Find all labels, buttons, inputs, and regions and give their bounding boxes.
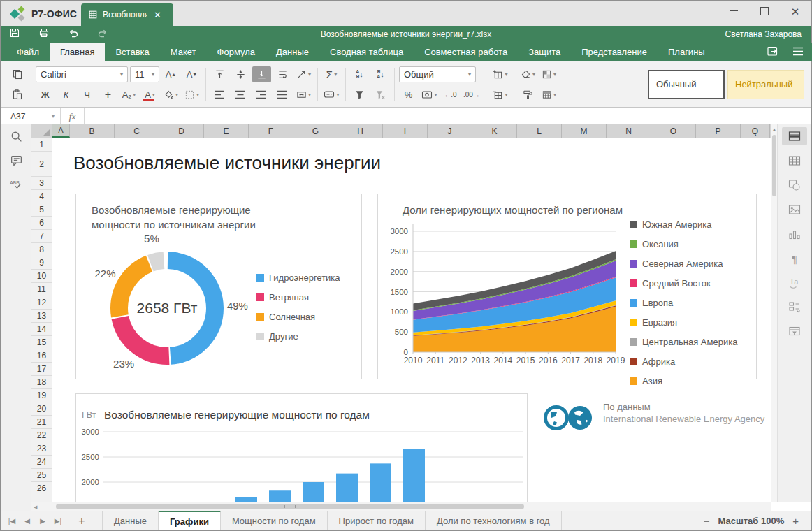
- horizontal-scroll-thumb[interactable]: [56, 504, 524, 509]
- row-header-15[interactable]: 15: [31, 336, 52, 349]
- sheet-tab-Прирост по годам[interactable]: Прирост по годам: [328, 511, 426, 530]
- sheet-tab-Доли по технологиям в год[interactable]: Доли по технологиям в год: [426, 511, 562, 530]
- align-middle-icon[interactable]: [231, 66, 250, 82]
- menu-item-Защита[interactable]: Защита: [518, 43, 571, 61]
- decrease-font-icon[interactable]: А▼: [182, 66, 201, 82]
- column-header-Q[interactable]: Q: [741, 124, 770, 138]
- filter-icon[interactable]: [350, 87, 369, 103]
- close-window-button[interactable]: ✕: [789, 6, 802, 18]
- clear-filter-icon[interactable]: [371, 87, 390, 103]
- comments-icon[interactable]: [1, 148, 31, 172]
- chart-settings-icon[interactable]: [782, 225, 807, 243]
- copy-button[interactable]: [8, 66, 27, 82]
- slicer-settings-icon[interactable]: [782, 298, 807, 317]
- zoom-out-button[interactable]: −: [704, 515, 710, 527]
- row-header-10[interactable]: 10: [31, 270, 52, 283]
- menu-item-Представление[interactable]: Представление: [571, 43, 658, 61]
- row-header-11[interactable]: 11: [31, 283, 52, 296]
- italic-button[interactable]: К: [57, 87, 75, 103]
- insert-function-button[interactable]: fx: [61, 108, 85, 124]
- merge-cells-icon[interactable]: [294, 87, 313, 103]
- fill-color-button[interactable]: [161, 87, 180, 103]
- row-header-23[interactable]: 23: [31, 442, 52, 456]
- sort-desc-icon[interactable]: ЯА↓: [371, 66, 390, 82]
- bar-chart-card[interactable]: ГВтВозобновляемые генерирующие мощности …: [75, 393, 528, 502]
- row-header-19[interactable]: 19: [31, 389, 52, 402]
- increase-font-icon[interactable]: А▲: [161, 66, 180, 82]
- area-chart-card[interactable]: Доли генерирующих мощностей по регионам …: [377, 194, 757, 379]
- column-header-A[interactable]: A: [52, 124, 70, 138]
- paragraph-settings-icon[interactable]: ¶: [782, 249, 807, 268]
- maximize-button[interactable]: [758, 6, 771, 17]
- menu-item-Сводная таблица[interactable]: Сводная таблица: [319, 43, 414, 61]
- row-header-13[interactable]: 13: [31, 310, 52, 323]
- row-header-16[interactable]: 16: [31, 349, 52, 363]
- row-header-5[interactable]: 5: [31, 203, 52, 217]
- increase-decimal-icon[interactable]: .00→: [462, 87, 481, 103]
- row-header-3[interactable]: 3: [31, 177, 52, 190]
- paste-button[interactable]: [8, 87, 27, 103]
- underline-button[interactable]: Ч: [78, 87, 96, 103]
- table-settings-icon[interactable]: [782, 152, 807, 170]
- donut-chart-card[interactable]: Возобновляемые генерирующие мощности по …: [75, 194, 362, 379]
- subscript-button[interactable]: А₂: [119, 87, 138, 103]
- menu-item-Плагины[interactable]: Плагины: [658, 43, 716, 61]
- row-header-17[interactable]: 17: [31, 363, 52, 376]
- clear-icon[interactable]: [519, 66, 537, 82]
- number-format-select[interactable]: Общий: [399, 66, 476, 82]
- decrease-decimal-icon[interactable]: ←.0: [441, 87, 460, 103]
- shape-settings-icon[interactable]: [782, 176, 807, 194]
- sort-asc-icon[interactable]: АЯ↓: [350, 66, 369, 82]
- scroll-up-icon[interactable]: ▲: [771, 124, 777, 134]
- row-header-4[interactable]: 4: [31, 190, 52, 203]
- currency-style-icon[interactable]: [420, 87, 439, 103]
- strikethrough-button[interactable]: Т: [99, 87, 117, 103]
- format-painter-icon[interactable]: [519, 87, 537, 103]
- menu-item-Формула[interactable]: Формула: [207, 43, 266, 61]
- first-sheet-icon[interactable]: |◀: [8, 517, 16, 525]
- column-header-G[interactable]: G: [293, 124, 338, 138]
- zoom-in-button[interactable]: +: [792, 515, 799, 527]
- font-color-button[interactable]: А: [140, 87, 159, 103]
- format-as-table-icon[interactable]: [539, 87, 558, 103]
- text-orientation-icon[interactable]: [294, 66, 313, 82]
- vertical-scroll-thumb[interactable]: [772, 135, 776, 196]
- cell-style-neutral[interactable]: Нейтральный: [727, 70, 804, 99]
- horizontal-scrollbar[interactable]: ◀: [31, 502, 771, 511]
- column-header-N[interactable]: N: [607, 124, 651, 138]
- row-header-6[interactable]: 6: [31, 217, 52, 230]
- font-name-select[interactable]: Calibri: [36, 66, 128, 82]
- menu-item-Совместная работа[interactable]: Совместная работа: [414, 43, 518, 61]
- row-header-18[interactable]: 18: [31, 376, 52, 389]
- column-header-K[interactable]: K: [472, 124, 517, 138]
- align-left-icon[interactable]: [210, 87, 229, 103]
- formula-input[interactable]: [85, 108, 811, 124]
- row-header-20[interactable]: 20: [31, 402, 52, 416]
- align-top-icon[interactable]: [210, 66, 229, 82]
- row-header-7[interactable]: 7: [31, 230, 52, 243]
- row-header-26[interactable]: 26: [31, 482, 52, 495]
- borders-button[interactable]: [182, 87, 201, 103]
- conditional-formatting-icon[interactable]: [539, 66, 558, 82]
- delete-cells-icon[interactable]: [491, 87, 509, 103]
- select-all-corner[interactable]: [31, 124, 52, 138]
- named-range-icon[interactable]: [322, 87, 341, 103]
- row-header-21[interactable]: 21: [31, 416, 52, 429]
- row-header-1[interactable]: 1: [31, 138, 52, 152]
- last-sheet-icon[interactable]: ▶|: [54, 517, 62, 525]
- row-header-8[interactable]: 8: [31, 243, 52, 256]
- sheet-tab-Данные[interactable]: Данные: [102, 511, 159, 530]
- menu-item-Данные[interactable]: Данные: [266, 43, 319, 61]
- insert-cells-icon[interactable]: [491, 66, 509, 82]
- row-header-12[interactable]: 12: [31, 296, 52, 310]
- cell-name-box[interactable]: A37: [1, 108, 61, 124]
- column-header-L[interactable]: L: [517, 124, 562, 138]
- column-header-F[interactable]: F: [249, 124, 293, 138]
- column-header-D[interactable]: D: [159, 124, 204, 138]
- vertical-scrollbar[interactable]: ▲: [771, 124, 777, 502]
- align-right-icon[interactable]: [252, 87, 271, 103]
- align-bottom-icon[interactable]: [252, 66, 271, 82]
- column-header-I[interactable]: I: [383, 124, 428, 138]
- column-header-B[interactable]: B: [70, 124, 115, 138]
- column-header-E[interactable]: E: [204, 124, 249, 138]
